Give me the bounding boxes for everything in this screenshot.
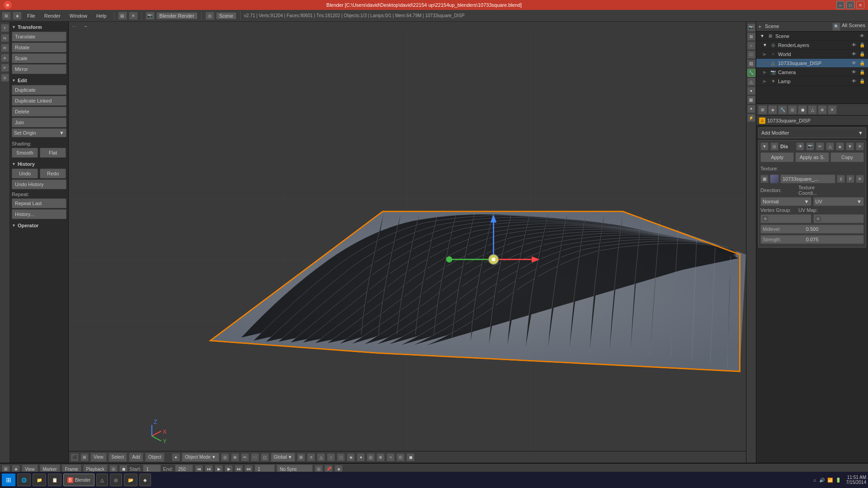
delete-button[interactable]: Delete bbox=[12, 107, 66, 117]
particles-icon-btn[interactable]: ✦ bbox=[747, 105, 755, 113]
view12-icon[interactable]: ≈ bbox=[387, 453, 395, 461]
undo-button[interactable]: Undo bbox=[12, 169, 38, 178]
draw3-icon[interactable]: ◻ bbox=[261, 453, 269, 461]
mode-icon[interactable]: ● bbox=[172, 453, 180, 461]
scene-icon-btn[interactable]: ⊞ bbox=[747, 33, 755, 41]
view8-icon[interactable]: ◈ bbox=[347, 453, 355, 461]
apply-as-btn[interactable]: Apply as S. bbox=[795, 152, 829, 162]
mesh-eye-icon[interactable]: 👁 bbox=[851, 60, 857, 66]
add-menu-btn[interactable]: Add bbox=[129, 453, 143, 462]
world-icon-btn[interactable]: ○ bbox=[747, 42, 755, 50]
rotate-button[interactable]: Rotate bbox=[12, 42, 66, 52]
taskbar-chrome[interactable]: ◎ bbox=[110, 474, 122, 486]
prop-icon5[interactable]: ◼ bbox=[798, 105, 807, 114]
scene-icon[interactable]: ◈ bbox=[13, 12, 22, 20]
prop-icon3[interactable]: 🔧 bbox=[778, 105, 787, 114]
draw2-icon[interactable]: ⋯ bbox=[251, 453, 259, 461]
view11-icon[interactable]: ⊕ bbox=[377, 453, 385, 461]
view6-icon[interactable]: ○ bbox=[327, 453, 335, 461]
duplicate-linked-button[interactable]: Duplicate Linked bbox=[12, 96, 66, 106]
render-icon-btn[interactable]: 📷 bbox=[747, 23, 755, 32]
outliner-item-lamp[interactable]: ▶ ☀ Lamp 👁 🔒 bbox=[756, 77, 868, 86]
texture-x-btn[interactable]: ✕ bbox=[856, 175, 864, 183]
prop-icon7[interactable]: ⊕ bbox=[818, 105, 827, 114]
texture-name-field[interactable]: 10733square_... bbox=[780, 174, 835, 183]
scale-button[interactable]: Scale bbox=[12, 53, 66, 63]
close-button[interactable]: ✕ bbox=[856, 1, 864, 9]
redo-button[interactable]: Redo bbox=[40, 169, 66, 178]
material-icon-btn[interactable]: ● bbox=[747, 87, 755, 95]
view4-icon[interactable]: ≡ bbox=[307, 453, 315, 461]
minimize-button[interactable]: – bbox=[836, 1, 844, 9]
texture-coord-dropdown[interactable]: UV ▼ bbox=[813, 197, 864, 206]
outliner-item-mesh[interactable]: ▶ △ 10733square_DISP 👁 🔒 bbox=[756, 59, 868, 68]
smooth-button[interactable]: Smooth bbox=[12, 148, 38, 158]
modifier-up-icon[interactable]: ▲ bbox=[836, 142, 844, 150]
rl-eye-icon[interactable]: 👁 bbox=[851, 42, 857, 48]
data-icon-btn[interactable]: △ bbox=[747, 78, 755, 86]
taskbar-blender[interactable]: B Blender bbox=[63, 474, 94, 486]
taskbar-item3[interactable]: 📋 bbox=[48, 474, 61, 486]
maximize-button[interactable]: □ bbox=[846, 1, 854, 9]
prop-icon4[interactable]: ◎ bbox=[788, 105, 797, 114]
join-button[interactable]: Join bbox=[12, 117, 66, 127]
layout-selector-icon[interactable]: ▤ bbox=[118, 12, 127, 20]
global-dropdown[interactable]: Global ▼ bbox=[271, 453, 296, 462]
grease-button[interactable]: G bbox=[1, 74, 9, 82]
taskbar-folder[interactable]: 📂 bbox=[124, 474, 137, 486]
view3-icon[interactable]: ⊞ bbox=[297, 453, 305, 461]
layout-icon[interactable]: ⊞ bbox=[2, 12, 11, 20]
cam-eye-icon[interactable]: 👁 bbox=[851, 69, 857, 75]
lamp-eye-icon[interactable]: 👁 bbox=[851, 78, 857, 84]
flat-button[interactable]: Flat bbox=[40, 148, 66, 158]
scene-selector-icon[interactable]: ◎ bbox=[205, 12, 214, 20]
direction-dropdown[interactable]: Normal ▼ bbox=[760, 197, 811, 206]
physics-button[interactable]: P bbox=[1, 64, 9, 72]
prop-icon8[interactable]: ✕ bbox=[828, 105, 837, 114]
history-btn[interactable]: History... bbox=[12, 209, 66, 219]
strength-field[interactable]: Strength: 0.075 bbox=[760, 235, 864, 244]
menu-window[interactable]: Window bbox=[66, 12, 91, 19]
vertex-group-dropdown[interactable]: ≡ bbox=[760, 214, 811, 223]
modifier-down-icon[interactable]: ▼ bbox=[846, 142, 854, 150]
prop-icon2[interactable]: ◈ bbox=[768, 105, 777, 114]
world-lock-icon[interactable]: 🔒 bbox=[859, 51, 865, 57]
tool-button2[interactable]: N bbox=[1, 34, 9, 42]
object-menu-btn[interactable]: Object bbox=[145, 453, 165, 462]
duplicate-button[interactable]: Duplicate bbox=[12, 85, 66, 95]
add-modifier-btn[interactable]: Add Modifier ▼ bbox=[758, 127, 866, 138]
outliner-search-icon[interactable]: 🔍 bbox=[832, 23, 840, 31]
viewport-3d[interactable]: User Persp bbox=[69, 22, 746, 463]
animation-button[interactable]: A bbox=[1, 54, 9, 62]
start-button[interactable]: ⊞ bbox=[2, 474, 15, 486]
texture-icon-btn2[interactable]: ▦ bbox=[760, 175, 769, 183]
midlevel-field[interactable]: Midlevel: 0.500 bbox=[760, 225, 864, 234]
viewport-grid-icon[interactable]: ⊞ bbox=[80, 453, 89, 461]
view5-icon[interactable]: △ bbox=[317, 453, 325, 461]
view14-icon[interactable]: ◼ bbox=[406, 453, 415, 461]
taskbar-gdrive[interactable]: △ bbox=[96, 474, 108, 486]
uv-map-dropdown[interactable]: ≡ bbox=[813, 214, 864, 223]
menu-help[interactable]: Help bbox=[93, 12, 110, 19]
snap-icon[interactable]: ◎ bbox=[221, 453, 229, 461]
camera-icon[interactable]: 📷 bbox=[146, 12, 155, 20]
physics-icon-btn[interactable]: ⚡ bbox=[747, 114, 755, 122]
rl-lock-icon[interactable]: 🔒 bbox=[859, 42, 865, 48]
apply-btn[interactable]: Apply bbox=[760, 152, 794, 162]
texture-num-btn[interactable]: 2 bbox=[837, 175, 845, 183]
outliner-item-scene[interactable]: ▼ ⊞ Scene 👁 bbox=[756, 32, 868, 41]
world-eye-icon[interactable]: 👁 bbox=[851, 51, 857, 57]
taskbar-explorer[interactable]: 📁 bbox=[33, 474, 46, 486]
viewport-icon[interactable]: ⬛ bbox=[71, 453, 79, 461]
modifier-visibility-icon[interactable]: 👁 bbox=[796, 142, 804, 150]
undo-history-button[interactable]: Undo History bbox=[12, 179, 66, 189]
eye-icon[interactable]: 👁 bbox=[859, 33, 865, 39]
tool-button[interactable]: T bbox=[1, 24, 9, 32]
mode-dropdown[interactable]: Object Mode ▼ bbox=[182, 453, 219, 462]
modifier-delete-icon[interactable]: ✕ bbox=[856, 142, 864, 150]
relations-button[interactable]: R bbox=[1, 44, 9, 52]
layout-selector-icon2[interactable]: ✕ bbox=[129, 12, 138, 20]
modifier-icon-btn[interactable]: 🔧 bbox=[747, 69, 755, 77]
menu-render[interactable]: Render bbox=[41, 12, 64, 19]
modifier-edit-icon[interactable]: ✏ bbox=[816, 142, 824, 150]
